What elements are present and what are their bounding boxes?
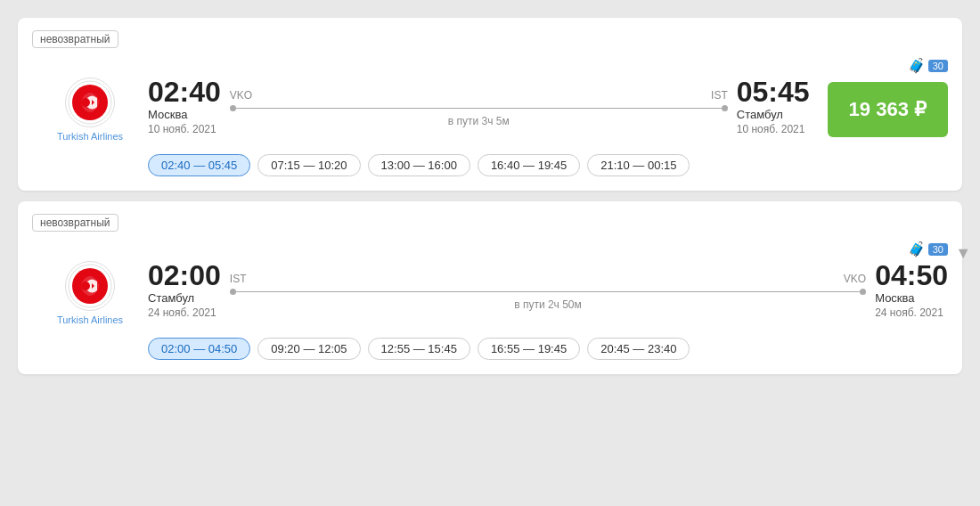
departure-block: 02:00 Стамбул 24 нояб. 2021 [148,261,221,319]
route-middle: IST VKO в пути 2ч 50м [230,269,866,311]
route-line-container [230,105,728,111]
arrival-code: VKO [844,273,866,285]
departure-code: IST [230,273,247,285]
scrollbar-down-arrow[interactable]: ▼ [955,244,971,263]
departure-city: Москва [148,108,221,121]
price-button[interactable]: 19 363 ₽ [828,82,948,137]
baggage-number: 30 [928,243,948,256]
flight-times-section: 02:00 Стамбул 24 нояб. 2021 IST VKO в пу… [148,261,948,319]
time-slot-2[interactable]: 09:20 — 12:05 [257,338,360,360]
svg-point-2 [81,98,90,107]
route-line [236,108,722,109]
airline-name: Turkish Airlines [57,131,123,142]
arrival-time: 04:50 [875,261,948,290]
arrival-code: IST [711,89,728,102]
departure-time: 02:40 [148,78,221,106]
svg-point-5 [81,282,90,290]
flight-times-section: 02:40 Москва 10 нояб. 2021 VKO IST в пут… [148,78,810,135]
route-dot-right [722,105,728,111]
departure-time: 02:00 [148,261,221,290]
time-slot-4[interactable]: 16:55 — 19:45 [478,338,580,360]
route-dot-right [860,289,866,295]
airline-logo [65,261,115,311]
flight-main-row: Turkish Airlines 02:00 Стамбул 24 нояб. … [32,261,948,325]
baggage-number: 30 [928,60,948,72]
baggage-info: 🧳 30 [32,57,948,74]
departure-block: 02:40 Москва 10 нояб. 2021 [148,78,221,135]
route-dot-left [230,105,236,111]
arrival-city: Москва [875,291,948,305]
time-slot-2[interactable]: 07:15 — 10:20 [257,154,360,176]
flight-card-2: невозвратный 🧳 30 Turkish Airlines 02:00… [18,201,962,374]
time-slot-4[interactable]: 16:40 — 19:45 [478,154,580,176]
flight-main-row: Turkish Airlines 02:40 Москва 10 нояб. 2… [32,78,948,142]
route-duration: в пути 3ч 5м [448,115,510,127]
flights-container: невозвратный 🧳 30 Turkish Airlines 02:40… [18,18,962,374]
route-line-container [230,289,866,295]
arrival-block: 05:45 Стамбул 10 нояб. 2021 [737,78,810,135]
airline-info: Turkish Airlines [32,261,148,325]
baggage-icon: 🧳 [908,241,926,257]
route-codes: VKO IST [230,89,728,102]
arrival-date: 10 нояб. 2021 [737,123,810,135]
arrival-date: 24 нояб. 2021 [875,306,948,319]
route-codes: IST VKO [230,273,866,285]
arrival-time: 05:45 [737,78,810,106]
non-refundable-badge: невозвратный [32,30,118,48]
time-slot-5[interactable]: 20:45 — 23:40 [587,338,690,360]
departure-date: 24 нояб. 2021 [148,306,221,319]
arrival-block: 04:50 Москва 24 нояб. 2021 [875,261,948,319]
time-slot-1[interactable]: 02:00 — 04:50 [148,338,250,360]
airline-info: Turkish Airlines [32,78,148,142]
route-duration: в пути 2ч 50м [514,298,582,311]
time-slot-3[interactable]: 13:00 — 16:00 [368,154,470,176]
departure-date: 10 нояб. 2021 [148,123,221,135]
baggage-info: 🧳 30 [32,241,948,257]
airline-logo [65,78,115,127]
arrival-city: Стамбул [737,108,810,121]
airline-name: Turkish Airlines [57,314,123,325]
route-line [236,291,860,292]
route-dot-left [230,289,236,295]
time-slots: 02:00 — 04:5009:20 — 12:0512:55 — 15:451… [148,338,948,360]
non-refundable-badge: невозвратный [32,214,118,232]
departure-code: VKO [230,89,252,102]
flight-card-1: невозвратный 🧳 30 Turkish Airlines 02:40… [18,18,962,191]
baggage-icon: 🧳 [908,57,926,74]
time-slots: 02:40 — 05:4507:15 — 10:2013:00 — 16:001… [148,154,948,176]
time-slot-5[interactable]: 21:10 — 00:15 [587,154,690,176]
time-slot-1[interactable]: 02:40 — 05:45 [148,154,250,176]
route-middle: VKO IST в пути 3ч 5м [230,86,728,127]
time-slot-3[interactable]: 12:55 — 15:45 [368,338,470,360]
departure-city: Стамбул [148,291,221,305]
